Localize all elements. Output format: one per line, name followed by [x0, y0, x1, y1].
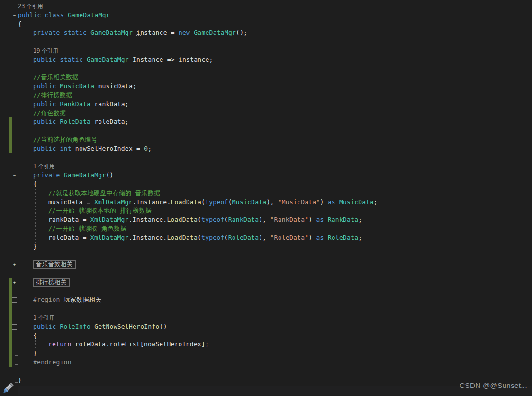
code-token: as: [328, 198, 339, 206]
codelens-link[interactable]: 19 个引用: [0, 46, 532, 55]
code-line[interactable]: //排行榜数据: [0, 91, 532, 100]
collapsed-region-box[interactable]: 排行榜相关: [33, 278, 70, 287]
code-line[interactable]: public MusicData musicData;: [0, 82, 532, 91]
code-token: GetNowSelHeroInfo: [94, 323, 159, 330]
codelens-link[interactable]: 1 个引用: [0, 314, 532, 323]
code-line[interactable]: {: [0, 20, 532, 29]
code-token: ): [320, 198, 328, 206]
code-line[interactable]: }: [0, 243, 532, 252]
codelens-link[interactable]: 1 个引用: [0, 162, 532, 171]
code-token: (): [106, 171, 113, 179]
csdn-watermark: CSDN @@Sunset...: [460, 381, 527, 389]
code-token: roleData =: [48, 234, 90, 241]
code-line[interactable]: #region 玩家数据相关: [0, 296, 532, 305]
code-line[interactable]: public RoleInfo GetNowSelHeroInfo(): [0, 323, 532, 332]
code-token: public: [33, 145, 60, 152]
code-token: XmlDataMgr: [90, 234, 129, 241]
code-token: roleData;: [94, 118, 129, 125]
code-token: public: [33, 100, 60, 108]
code-line[interactable]: //当前选择的角色编号: [0, 135, 532, 144]
code-line[interactable]: roleData = XmlDataMgr.Instance.LoadData(…: [0, 234, 532, 243]
code-line[interactable]: private static GameDataMgr instance = ne…: [0, 28, 532, 37]
code-token: return: [48, 341, 75, 348]
code-token: as: [316, 234, 327, 241]
code-line[interactable]: public RankData rankData;: [0, 100, 532, 109]
code-line[interactable]: musicData = XmlDataMgr.Instance.LoadData…: [0, 198, 532, 207]
code-token: //角色数据: [33, 109, 66, 117]
code-token: //就是获取本地硬盘中存储的 音乐数据: [48, 189, 160, 197]
horizontal-scrollbar[interactable]: [18, 386, 532, 395]
code-token: ): [308, 216, 316, 223]
code-line[interactable]: public class GameDataMgr: [0, 11, 532, 20]
code-token: ;: [374, 198, 378, 206]
code-line[interactable]: //就是获取本地硬盘中存储的 音乐数据: [0, 189, 532, 198]
collapsed-region-box[interactable]: 音乐音效相关: [33, 260, 76, 269]
code-token: musicData =: [48, 198, 94, 206]
code-token: MusicData: [339, 198, 374, 206]
code-token: {: [18, 20, 22, 27]
code-token: }: [33, 350, 37, 357]
code-line[interactable]: #endregion: [0, 358, 532, 367]
code-token: private: [33, 29, 64, 36]
code-token: instance: [136, 29, 167, 36]
code-line[interactable]: 音乐音效相关: [0, 260, 532, 269]
code-line[interactable]: //一开始 就读取 角色数据: [0, 225, 532, 234]
code-line[interactable]: rankData = XmlDataMgr.Instance.LoadData(…: [0, 216, 532, 225]
code-token: (: [228, 198, 232, 206]
code-line[interactable]: 排行榜相关: [0, 278, 532, 287]
code-token: public: [33, 82, 60, 90]
code-token: typeof: [205, 198, 228, 206]
code-token: rankData;: [94, 100, 129, 108]
code-token: GameDataMgr: [64, 171, 106, 179]
code-token: LoadData: [167, 216, 198, 223]
code-line[interactable]: public RoleData roleData;: [0, 117, 532, 126]
code-token: (: [198, 216, 201, 223]
code-line[interactable]: public int nowSelHeroIndex = 0;: [0, 144, 532, 153]
code-token: public: [33, 323, 60, 330]
code-token: RankData: [328, 216, 359, 223]
code-line[interactable]: //角色数据: [0, 109, 532, 118]
codelens-link[interactable]: 23 个引用: [0, 2, 532, 11]
code-token: rankData =: [48, 216, 90, 223]
code-token: .Instance.: [129, 234, 167, 241]
code-token: RankData: [60, 100, 95, 108]
code-line[interactable]: public static GameDataMgr Instance => in…: [0, 55, 532, 64]
code-token: GameDataMgr: [194, 29, 236, 36]
code-token: public: [18, 11, 45, 18]
code-line[interactable]: }: [0, 376, 532, 385]
code-token: (): [160, 323, 167, 330]
code-token: LoadData: [171, 198, 201, 206]
code-token: =: [167, 29, 179, 36]
code-token: .Instance.: [129, 216, 167, 223]
code-token: new: [179, 29, 194, 36]
code-line[interactable]: {: [0, 180, 532, 189]
code-token: #endregion: [33, 359, 72, 366]
code-token: XmlDataMgr: [90, 216, 129, 223]
code-token: typeof: [201, 234, 224, 241]
code-token: typeof: [201, 216, 224, 223]
code-token: //一开始 就读取本地的 排行榜数据: [48, 207, 152, 214]
code-line[interactable]: //一开始 就读取本地的 排行榜数据: [0, 207, 532, 216]
code-token: class: [45, 11, 68, 18]
code-token: roleData.roleList[nowSelHeroIndex];: [75, 341, 209, 348]
code-token: {: [33, 180, 37, 188]
code-token: int: [60, 145, 75, 152]
code-token: RoleData: [328, 234, 359, 241]
code-token: MusicData: [232, 198, 267, 206]
code-line[interactable]: return roleData.roleList[nowSelHeroIndex…: [0, 340, 532, 349]
code-token: MusicData: [60, 82, 99, 90]
code-line[interactable]: //音乐相关数据: [0, 73, 532, 82]
code-token: ;: [358, 234, 362, 241]
code-token: 玩家数据相关: [64, 296, 102, 303]
code-token: XmlDataMgr: [94, 198, 133, 206]
code-token: ),: [266, 198, 278, 206]
code-token: ();: [236, 29, 247, 36]
code-token: }: [33, 243, 37, 250]
code-line[interactable]: {: [0, 332, 532, 341]
code-token: ;: [358, 216, 362, 223]
code-line[interactable]: }: [0, 349, 532, 358]
code-line[interactable]: private GameDataMgr(): [0, 171, 532, 180]
code-token: #region: [33, 296, 64, 303]
code-token: {: [33, 332, 37, 339]
code-token: RoleData: [60, 118, 95, 125]
